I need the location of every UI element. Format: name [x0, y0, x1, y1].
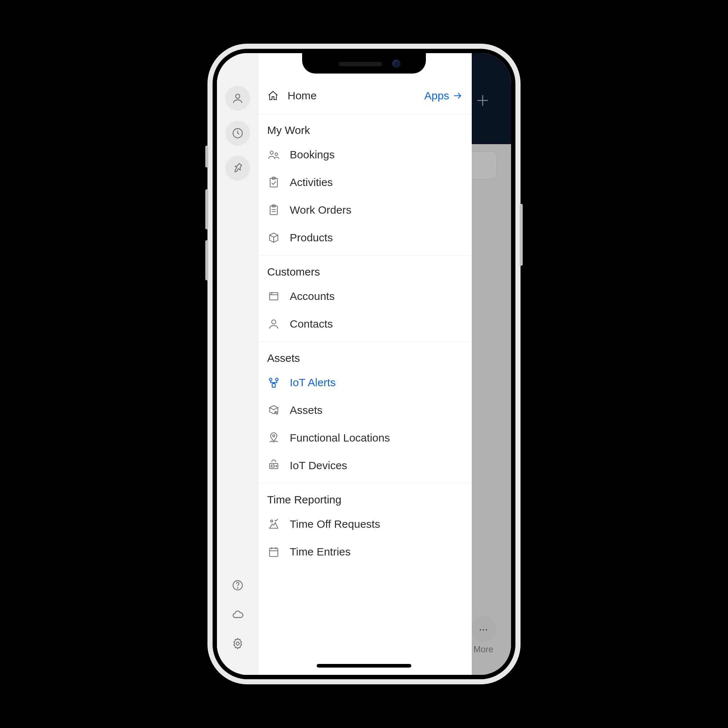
- label: Bookings: [290, 148, 335, 161]
- section-my-work: My Work: [258, 114, 472, 141]
- label: Work Orders: [290, 204, 351, 216]
- time-off-icon: [267, 518, 280, 531]
- nav-item-accounts[interactable]: Accounts: [258, 283, 472, 310]
- box-edit-icon: [267, 404, 280, 417]
- people-icon: [267, 148, 280, 161]
- nav-item-time-off-requests[interactable]: Time Off Requests: [258, 510, 472, 538]
- label: Accounts: [290, 290, 335, 303]
- svg-rect-17: [270, 293, 278, 300]
- folder-icon: [267, 290, 280, 303]
- svg-point-2: [236, 94, 240, 98]
- nav-item-iot-alerts[interactable]: IoT Alerts: [258, 369, 472, 396]
- clipboard-icon: [267, 203, 280, 217]
- home-icon: [267, 90, 279, 102]
- svg-point-6: [236, 642, 240, 645]
- clipboard-check-icon: [267, 176, 280, 189]
- pinned-button[interactable]: [225, 156, 250, 180]
- nav-item-work-orders[interactable]: Work Orders: [258, 196, 472, 224]
- calendar-icon: [267, 545, 280, 558]
- nav-list: Home Apps My Work: [258, 53, 472, 675]
- svg-point-25: [276, 466, 277, 466]
- svg-rect-21: [272, 384, 275, 387]
- nav-item-iot-devices[interactable]: IoT Devices: [258, 452, 472, 479]
- device-icon: [267, 459, 280, 472]
- profile-button[interactable]: [225, 86, 250, 111]
- label: Contacts: [290, 318, 333, 330]
- mute-switch: [205, 145, 208, 167]
- side-button: [520, 204, 523, 266]
- svg-point-5: [237, 587, 238, 588]
- apps-label: Apps: [424, 90, 449, 102]
- label: IoT Devices: [290, 459, 347, 472]
- section-customers: Customers: [258, 255, 472, 283]
- nav-item-products[interactable]: Products: [258, 224, 472, 252]
- label: IoT Alerts: [290, 376, 336, 389]
- help-button[interactable]: [225, 573, 250, 598]
- phone-frame: ··· More: [208, 44, 520, 684]
- nav-item-assets[interactable]: Assets: [258, 396, 472, 424]
- svg-rect-27: [270, 548, 278, 557]
- label: Assets: [290, 404, 323, 416]
- location-pin-icon: [267, 431, 280, 444]
- svg-rect-24: [271, 465, 274, 467]
- svg-point-20: [275, 378, 278, 381]
- nav-item-home[interactable]: Home: [267, 90, 317, 102]
- volume-up-button: [205, 189, 208, 229]
- apps-link[interactable]: Apps: [424, 90, 463, 102]
- recent-button[interactable]: [225, 121, 250, 145]
- navigation-drawer: Home Apps My Work: [217, 53, 472, 675]
- device-notch: [302, 53, 426, 73]
- arrow-right-icon: [452, 90, 463, 101]
- section-time-reporting: Time Reporting: [258, 483, 472, 510]
- nav-item-functional-locations[interactable]: Functional Locations: [258, 424, 472, 452]
- home-indicator[interactable]: [317, 664, 411, 668]
- box-icon: [267, 231, 280, 244]
- svg-point-18: [272, 320, 275, 324]
- volume-down-button: [205, 240, 208, 280]
- label: Activities: [290, 176, 333, 188]
- svg-point-26: [271, 520, 273, 522]
- settings-button[interactable]: [225, 631, 250, 656]
- person-icon: [267, 317, 280, 330]
- icon-rail: [217, 53, 258, 675]
- label: Products: [290, 231, 333, 244]
- svg-point-22: [273, 435, 275, 437]
- iot-alert-icon: [267, 376, 280, 389]
- svg-point-9: [275, 153, 278, 155]
- label: Time Off Requests: [290, 518, 380, 530]
- home-label: Home: [288, 90, 317, 102]
- label: Functional Locations: [290, 432, 390, 444]
- nav-item-time-entries[interactable]: Time Entries: [258, 538, 472, 566]
- label: Time Entries: [290, 546, 350, 558]
- section-assets: Assets: [258, 342, 472, 369]
- svg-point-19: [269, 378, 272, 381]
- cloud-button[interactable]: [225, 602, 250, 627]
- svg-point-8: [270, 151, 273, 154]
- nav-item-bookings[interactable]: Bookings: [258, 141, 472, 168]
- nav-item-activities[interactable]: Activities: [258, 168, 472, 196]
- nav-item-contacts[interactable]: Contacts: [258, 310, 472, 338]
